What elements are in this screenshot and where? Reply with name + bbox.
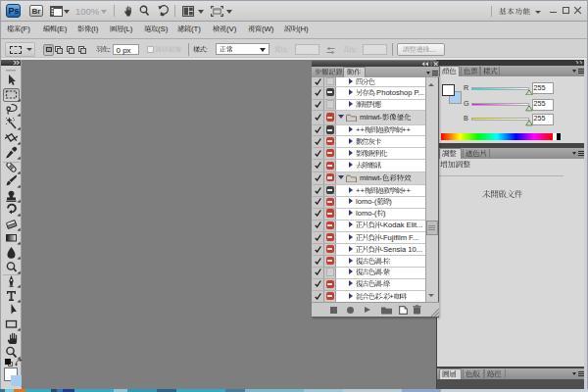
svg-text::: : <box>355 46 357 53</box>
svg-text:minwt-: minwt- <box>360 113 382 122</box>
svg-text:Photoshop P...: Photoshop P... <box>374 88 424 97</box>
svg-text:minwt-: minwt- <box>360 173 382 182</box>
svg-text:(F): (F) <box>21 24 30 33</box>
svg-text:(W): (W) <box>262 24 274 33</box>
svg-text:+: + <box>389 292 394 301</box>
svg-text:(E): (E) <box>57 24 68 33</box>
svg-text::: : <box>287 46 289 53</box>
svg-text:++: ++ <box>356 186 365 195</box>
svg-text:(T): (T) <box>191 24 201 33</box>
svg-text:-Kodak Elit...: -Kodak Elit... <box>380 220 422 229</box>
svg-text:lomo-(: lomo-( <box>356 209 377 218</box>
svg-text:(L): (L) <box>123 24 133 33</box>
svg-text:(S): (S) <box>158 24 169 33</box>
svg-text::: : <box>206 46 208 53</box>
svg-text:-Fujifilm F...: -Fujifilm F... <box>380 233 418 242</box>
svg-text:(H): (H) <box>298 24 309 33</box>
svg-text:++: ++ <box>402 125 411 134</box>
svg-text:(V): (V) <box>226 24 237 33</box>
svg-text:lomo-(: lomo-( <box>356 197 377 206</box>
svg-text:-: - <box>380 257 383 266</box>
svg-text:-Sensia 10...: -Sensia 10... <box>380 245 422 254</box>
svg-text:-: - <box>380 268 383 276</box>
svg-text:): ) <box>389 197 392 206</box>
svg-text:++: ++ <box>356 125 365 134</box>
svg-text::: : <box>108 46 110 53</box>
svg-text:-: - <box>380 279 383 288</box>
svg-text:++: ++ <box>402 186 411 195</box>
svg-text:-: - <box>380 292 383 301</box>
svg-text:): ) <box>383 209 386 218</box>
svg-text:(I): (I) <box>91 24 99 33</box>
svg-text:...: ... <box>429 45 435 54</box>
